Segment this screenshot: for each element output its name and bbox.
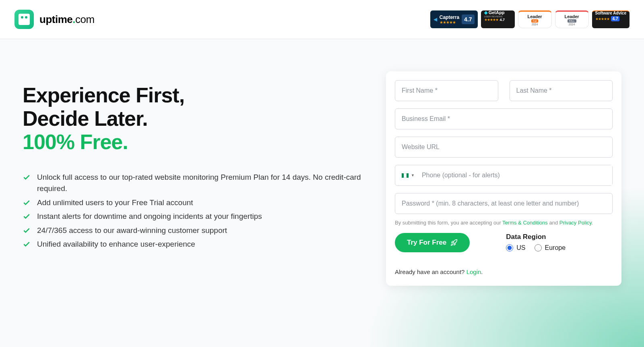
login-link[interactable]: Login	[466, 268, 481, 275]
password-input[interactable]	[395, 193, 613, 214]
email-input[interactable]	[395, 108, 613, 129]
review-badges: ◀ Capterra ★★★★★ 4.7 ◆ GetApp USER REVIE…	[430, 10, 630, 28]
feature-item: 24/7/365 access to our award-winning cus…	[23, 225, 362, 237]
login-line: Already have an account? Login.	[395, 268, 613, 275]
flag-icon	[402, 173, 409, 178]
region-option-us[interactable]: US	[506, 244, 525, 251]
last-name-input[interactable]	[510, 80, 613, 101]
rocket-icon	[450, 239, 458, 246]
badge-software-advice: Software Advice ★★★★★4.7	[592, 10, 630, 28]
feature-item: Unlock full access to our top-rated webs…	[23, 172, 362, 195]
check-icon	[23, 199, 31, 207]
feature-item: Add unlimited users to your Free Trial a…	[23, 197, 362, 209]
check-icon	[23, 212, 31, 220]
hero-title: Experience First, Decide Later. 100% Fre…	[23, 83, 362, 154]
feature-list: Unlock full access to our top-rated webs…	[23, 172, 362, 250]
phone-input[interactable]	[419, 165, 612, 185]
chevron-down-icon: ▼	[411, 173, 415, 177]
phone-field: ▼	[395, 165, 613, 186]
badge-getapp: ◆ GetApp USER REVIEWS ★★★★★4.7	[481, 10, 515, 28]
badge-leader-sourceforge: Leader Fall 2024	[518, 10, 552, 28]
hero-section: Experience First, Decide Later. 100% Fre…	[23, 71, 362, 286]
main-content: Experience First, Decide Later. 100% Fre…	[0, 39, 644, 347]
submit-button[interactable]: Try For Free	[395, 233, 470, 252]
region-option-europe[interactable]: Europe	[535, 244, 566, 251]
check-icon	[23, 240, 31, 248]
check-icon	[23, 173, 31, 181]
badge-capterra: ◀ Capterra ★★★★★ 4.7	[430, 10, 478, 28]
data-region-group: Data Region US Europe	[506, 233, 566, 251]
privacy-link[interactable]: Privacy Policy	[559, 220, 592, 226]
consent-text: By submitting this form, you are accepti…	[395, 220, 613, 226]
check-icon	[23, 226, 31, 235]
badge-leader-g2: Leader FALL 2024	[555, 10, 589, 28]
signup-form: ▼ By submitting this form, you are accep…	[386, 71, 621, 286]
region-radio-europe[interactable]	[535, 244, 542, 251]
brand-logo[interactable]: uptime.com	[14, 10, 95, 29]
first-name-input[interactable]	[395, 80, 498, 101]
logo-text: uptime.com	[39, 13, 95, 26]
region-radio-us[interactable]	[506, 244, 513, 251]
terms-link[interactable]: Terms & Conditions	[502, 220, 548, 226]
data-region-label: Data Region	[506, 233, 566, 241]
feature-item: Unified availability to enhance user-exp…	[23, 239, 362, 250]
feature-item: Instant alerts for downtime and ongoing …	[23, 211, 362, 222]
country-code-select[interactable]: ▼	[395, 173, 419, 178]
website-input[interactable]	[395, 137, 613, 158]
site-header: uptime.com ◀ Capterra ★★★★★ 4.7 ◆ GetApp…	[0, 0, 644, 39]
logo-icon	[14, 10, 34, 29]
